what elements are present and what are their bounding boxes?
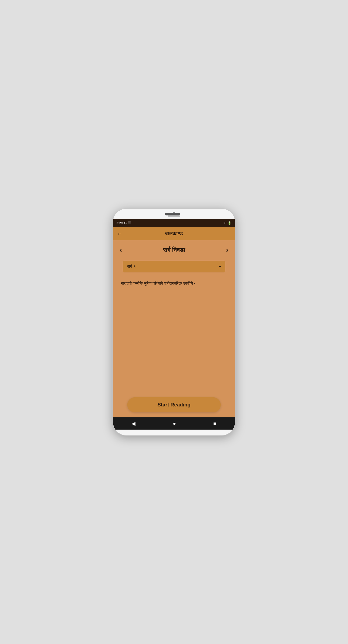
battery-icon: 🔋	[228, 221, 231, 225]
header-title: बालकाण्ड	[165, 231, 183, 237]
phone-bottom-hardware	[113, 430, 235, 435]
phone-device: 5:29 G ☰ ✈ 🔋 ← बालकाण्ड ‹ सर्ग निवडा ›	[113, 209, 235, 435]
speaker	[168, 215, 180, 217]
status-left: 5:29 G ☰	[117, 221, 131, 225]
recent-nav-button[interactable]: ■	[209, 419, 220, 428]
status-bar: 5:29 G ☰ ✈ 🔋	[113, 219, 235, 227]
dropdown-label: सर्ग १	[127, 264, 136, 269]
main-content: ‹ सर्ग निवडा › सर्ग १ ▾ नारदांनी वाल्मीक…	[113, 240, 235, 417]
app-header: ← बालकाण्ड	[113, 227, 235, 240]
back-button[interactable]: ←	[117, 230, 122, 237]
phone-top-hardware	[113, 209, 235, 219]
back-nav-button[interactable]: ◀	[128, 419, 139, 428]
earpiece	[165, 213, 180, 215]
sim-icon: ☰	[128, 221, 131, 225]
start-reading-button[interactable]: Start Reading	[127, 397, 220, 412]
dropdown-arrow-icon: ▾	[219, 264, 221, 269]
description-text: नारदांनी वाल्मीकि मुनिंना संक्षेपाने श्र…	[120, 280, 228, 287]
sarg-selector-title: सर्ग निवडा	[124, 246, 223, 254]
status-right: ✈ 🔋	[224, 221, 231, 225]
status-time: 5:29	[117, 221, 123, 225]
home-nav-button[interactable]: ●	[169, 419, 180, 428]
sarg-dropdown[interactable]: सर्ग १ ▾	[123, 261, 225, 272]
phone-screen: 5:29 G ☰ ✈ 🔋 ← बालकाण्ड ‹ सर्ग निवडा ›	[113, 219, 235, 430]
next-sarg-button[interactable]: ›	[224, 245, 231, 255]
airplane-icon: ✈	[224, 221, 226, 225]
sarg-selector-row: ‹ सर्ग निवडा ›	[117, 245, 231, 255]
google-icon: G	[124, 221, 126, 225]
bottom-nav: ◀ ● ■	[113, 417, 235, 430]
prev-sarg-button[interactable]: ‹	[117, 245, 124, 255]
